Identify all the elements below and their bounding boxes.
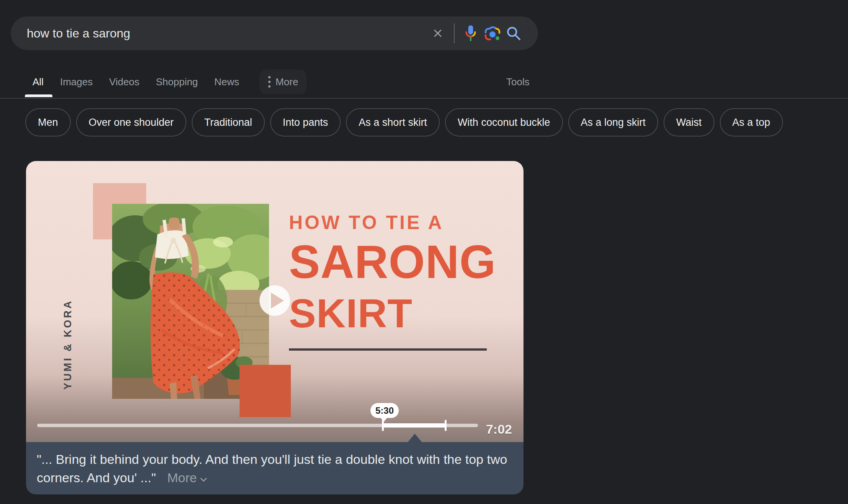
- chip-as-a-long-skirt[interactable]: As a long skirt: [568, 108, 659, 137]
- tab-images[interactable]: Images: [60, 76, 93, 88]
- lens-search-button[interactable]: [481, 23, 503, 44]
- chip-waist[interactable]: Waist: [664, 108, 714, 137]
- tab-news[interactable]: News: [214, 76, 239, 88]
- thumbnail-orange-square: [240, 365, 291, 417]
- thumbnail-title-underline: [289, 348, 487, 351]
- tab-shopping[interactable]: Shopping: [156, 76, 198, 88]
- search-input[interactable]: [27, 26, 427, 41]
- search-icon: [506, 25, 522, 41]
- video-thumbnail[interactable]: YUMI & KORA HOW TO TIE A SARONG SKIRT 5:…: [26, 161, 523, 442]
- chip-into-pants[interactable]: Into pants: [270, 108, 341, 137]
- tabs-divider: [0, 98, 848, 99]
- chip-as-a-top[interactable]: As a top: [720, 108, 783, 137]
- search-bar: [11, 16, 538, 50]
- thumbnail-brand-text: YUMI & KORA: [60, 285, 76, 404]
- key-moment-end-tick: [445, 420, 447, 431]
- search-results-page: All Images Videos Shopping News More Too…: [0, 0, 848, 504]
- active-tab-underline: [25, 94, 52, 97]
- caption-more-label: More: [167, 468, 197, 487]
- key-moment-bubble-tail: [380, 418, 387, 422]
- caption-pointer-notch: [408, 434, 422, 442]
- mic-icon: [463, 24, 478, 42]
- key-moment-segment: [383, 423, 446, 428]
- chevron-down-icon: [200, 477, 207, 482]
- chip-men[interactable]: Men: [25, 108, 71, 137]
- voice-search-button[interactable]: [460, 23, 481, 44]
- thumbnail-title-line2: SARONG: [289, 237, 496, 286]
- video-result-card[interactable]: YUMI & KORA HOW TO TIE A SARONG SKIRT 5:…: [26, 161, 523, 494]
- tab-more-label: More: [276, 76, 298, 88]
- tab-more[interactable]: More: [259, 70, 307, 94]
- chip-traditional[interactable]: Traditional: [192, 108, 265, 137]
- key-moment-time-bubble: 5:30: [370, 403, 399, 418]
- video-caption: "... Bring it behind your body. And then…: [26, 442, 523, 494]
- play-button[interactable]: [259, 285, 290, 316]
- tab-videos[interactable]: Videos: [109, 76, 139, 88]
- searchbar-divider: [454, 23, 455, 43]
- clear-icon: [432, 27, 444, 39]
- camera-lens-icon: [483, 24, 501, 42]
- caption-more-button[interactable]: More: [167, 468, 207, 487]
- thumbnail-title-line1: HOW TO TIE A: [289, 211, 496, 234]
- chip-with-coconut-buckle[interactable]: With coconut buckle: [445, 108, 563, 137]
- refinement-chips: Men Over one shoulder Traditional Into p…: [25, 108, 783, 137]
- tab-all[interactable]: All: [33, 76, 44, 88]
- tools-button[interactable]: Tools: [506, 70, 530, 94]
- video-duration: 7:02: [486, 421, 512, 437]
- chip-as-a-short-skirt[interactable]: As a short skirt: [346, 108, 440, 137]
- kebab-dots-icon: [268, 75, 271, 88]
- thumbnail-title: HOW TO TIE A SARONG SKIRT: [289, 211, 496, 335]
- play-icon: [271, 293, 284, 309]
- search-submit-button[interactable]: [503, 23, 524, 44]
- result-tabs: All Images Videos Shopping News More: [33, 70, 307, 94]
- caption-quote-text: "... Bring it behind your body. And then…: [37, 452, 507, 485]
- clear-button[interactable]: [427, 23, 448, 44]
- chip-over-one-shoulder[interactable]: Over one shoulder: [76, 108, 186, 137]
- thumbnail-title-line3: SKIRT: [289, 292, 496, 335]
